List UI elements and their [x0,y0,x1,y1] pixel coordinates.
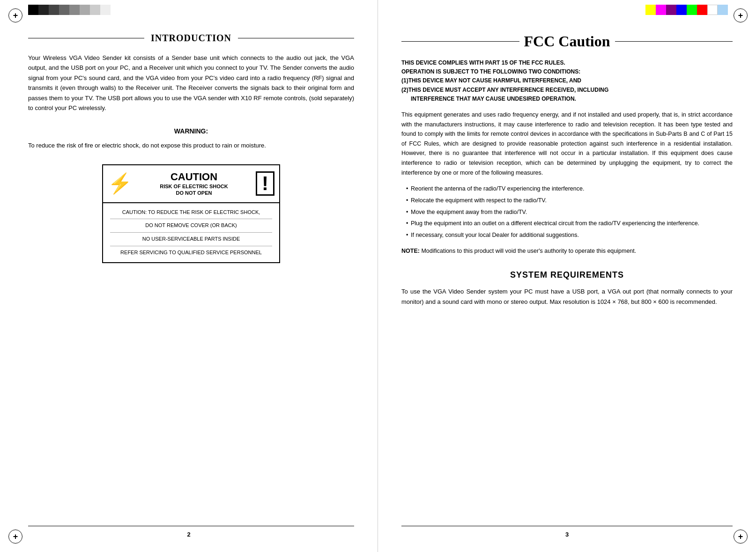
fcc-bullet-4: Plug the equipment into an outlet on a d… [406,219,733,228]
fcc-condition-4b: INTERFERENCE THAT MAY CAUSE UNDESIRED OP… [401,95,733,103]
caution-title: CAUTION [136,171,252,183]
caution-center: CAUTION RISK OF ELECTRIC SHOCK DO NOT OP… [136,171,252,197]
fcc-bullet-1: Reorient the antenna of the radio/TV exp… [406,184,733,194]
warning-title: WARNING: [28,127,354,135]
page-number-right: 3 [565,531,569,538]
fcc-note: NOTE: Modifications to this product will… [401,246,733,256]
caution-subtitle-2: DO NOT OPEN [136,190,252,196]
fcc-conditions: THIS DEVICE COMPLIES WITH PART 15 OF THE… [401,59,733,103]
fcc-title: FCC Caution [519,33,615,50]
note-label: NOTE: [401,248,420,254]
fcc-condition-4: (2)THIS DEVICE MUST ACCEPT ANY INTERFERE… [401,86,733,95]
fcc-bullet-5: If necessary, consult your local Dealer … [406,230,733,240]
fcc-bullet-3: Move the equipment away from the radio/T… [406,207,733,217]
note-text: Modifications to this product will void … [421,248,636,254]
fcc-body: This equipment generates and uses radio … [401,110,733,177]
right-page: FCC Caution THIS DEVICE COMPLIES WITH PA… [378,0,756,552]
warning-section: WARNING: To reduce the risk of fire or e… [28,127,354,150]
fcc-bullets: Reorient the antenna of the radio/TV exp… [406,184,733,240]
page-container: Introduction Your Wireless VGA Video Sen… [0,0,756,552]
caution-line-1: CAUTION: TO REDUCE THE RISK OF ELECTRIC … [110,208,272,220]
caution-box: ⚡ CAUTION RISK OF ELECTRIC SHOCK DO NOT … [102,164,280,263]
caution-subtitle-1: RISK OF ELECTRIC SHOCK [136,183,252,190]
fcc-bullet-2: Relocate the equipment with respect to t… [406,196,733,206]
header-line-left [28,38,144,39]
page-number-left: 2 [187,531,190,538]
header-line-right [238,38,354,39]
caution-line-3: NO USER-SERVICEABLE PARTS INSIDE [110,235,272,246]
caution-bottom: CAUTION: TO REDUCE THE RISK OF ELECTRIC … [103,203,279,262]
introduction-header: Introduction [28,33,354,44]
system-requirements-body: To use the VGA Video Sender system your … [401,287,733,307]
introduction-title: Introduction [144,33,238,44]
exclamation-icon: ! [256,171,274,196]
system-requirements-header: SYSTEM REQUIREMENTS [401,270,733,280]
introduction-body: Your Wireless VGA Video Sender kit consi… [28,53,354,113]
caution-box-container: ⚡ CAUTION RISK OF ELECTRIC SHOCK DO NOT … [28,164,354,263]
fcc-condition-2: OPERATION IS SUBJECT TO THE FOLLOWING TW… [401,67,733,76]
lightning-icon-left: ⚡ [108,174,132,193]
bottom-line-right [401,526,733,526]
left-page: Introduction Your Wireless VGA Video Sen… [0,0,378,552]
fcc-line-left [401,41,519,42]
fcc-condition-1: THIS DEVICE COMPLIES WITH PART 15 OF THE… [401,59,733,67]
fcc-header: FCC Caution [401,33,733,50]
bottom-line-left [28,526,354,526]
fcc-line-right [615,41,733,42]
caution-line-2: DO NOT REMOVE COVER (OR BACK) [110,221,272,233]
caution-line-4: REFER SERVICING TO QUALIFIED SERVICE PER… [110,248,272,258]
warning-text: To reduce the risk of fire or electric s… [28,140,354,150]
caution-top: ⚡ CAUTION RISK OF ELECTRIC SHOCK DO NOT … [103,165,279,203]
fcc-condition-3: (1)THIS DEVICE MAY NOT CAUSE HARMFUL INT… [401,76,733,85]
